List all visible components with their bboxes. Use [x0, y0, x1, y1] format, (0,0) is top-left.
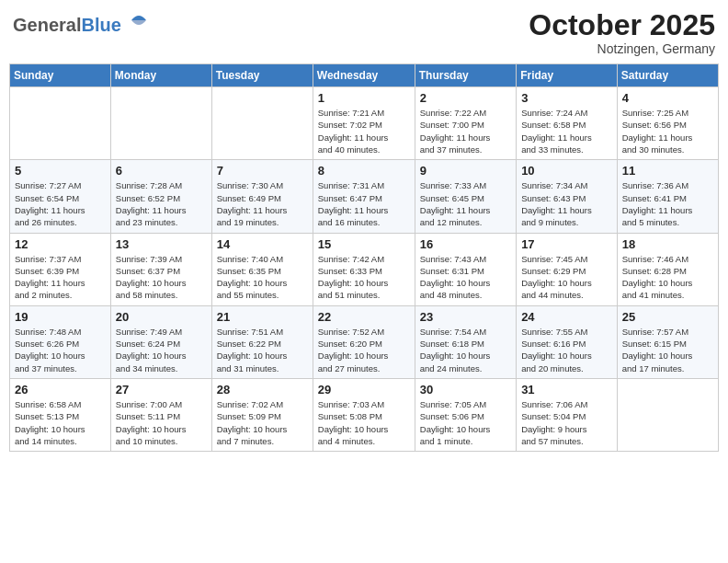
day-info: Sunrise: 7:39 AM Sunset: 6:37 PM Dayligh…	[116, 253, 207, 302]
weekday-header-monday: Monday	[110, 64, 211, 87]
day-number: 13	[116, 237, 207, 251]
day-number: 7	[217, 164, 308, 178]
day-cell: 28Sunrise: 7:02 AM Sunset: 5:09 PM Dayli…	[211, 378, 313, 451]
day-cell: 21Sunrise: 7:51 AM Sunset: 6:22 PM Dayli…	[211, 305, 313, 378]
day-cell: 4Sunrise: 7:25 AM Sunset: 6:56 PM Daylig…	[617, 87, 718, 160]
day-cell: 14Sunrise: 7:40 AM Sunset: 6:35 PM Dayli…	[211, 233, 313, 305]
day-number: 18	[622, 237, 713, 251]
week-row-3: 12Sunrise: 7:37 AM Sunset: 6:39 PM Dayli…	[10, 233, 719, 305]
calendar-table: SundayMondayTuesdayWednesdayThursdayFrid…	[9, 63, 719, 452]
weekday-header-wednesday: Wednesday	[313, 64, 415, 87]
day-cell: 3Sunrise: 7:24 AM Sunset: 6:58 PM Daylig…	[517, 87, 618, 160]
day-info: Sunrise: 7:48 AM Sunset: 6:26 PM Dayligh…	[15, 326, 106, 374]
day-cell: 9Sunrise: 7:33 AM Sunset: 6:45 PM Daylig…	[415, 160, 516, 233]
day-number: 28	[217, 383, 308, 396]
weekday-header-saturday: Saturday	[617, 64, 718, 87]
day-info: Sunrise: 7:40 AM Sunset: 6:35 PM Dayligh…	[217, 253, 308, 302]
day-cell: 2Sunrise: 7:22 AM Sunset: 7:00 PM Daylig…	[415, 87, 516, 160]
day-info: Sunrise: 7:49 AM Sunset: 6:24 PM Dayligh…	[116, 326, 207, 374]
day-info: Sunrise: 7:45 AM Sunset: 6:29 PM Dayligh…	[521, 253, 612, 302]
day-cell: 15Sunrise: 7:42 AM Sunset: 6:33 PM Dayli…	[313, 233, 415, 305]
day-cell	[110, 87, 211, 160]
day-cell: 19Sunrise: 7:48 AM Sunset: 6:26 PM Dayli…	[10, 305, 111, 378]
day-cell: 7Sunrise: 7:30 AM Sunset: 6:49 PM Daylig…	[211, 160, 313, 233]
day-number: 25	[622, 310, 713, 324]
day-info: Sunrise: 7:51 AM Sunset: 6:22 PM Dayligh…	[217, 326, 308, 374]
day-number: 24	[521, 310, 612, 324]
day-cell: 20Sunrise: 7:49 AM Sunset: 6:24 PM Dayli…	[110, 305, 211, 378]
day-number: 20	[116, 310, 207, 324]
day-info: Sunrise: 7:57 AM Sunset: 6:15 PM Dayligh…	[622, 326, 713, 374]
title-block: October 2025 Notzingen, Germany	[529, 9, 715, 56]
day-info: Sunrise: 6:58 AM Sunset: 5:13 PM Dayligh…	[15, 398, 106, 447]
logo-icon	[128, 9, 150, 31]
day-info: Sunrise: 7:31 AM Sunset: 6:47 PM Dayligh…	[318, 179, 410, 228]
day-number: 15	[318, 237, 410, 251]
day-cell: 22Sunrise: 7:52 AM Sunset: 6:20 PM Dayli…	[313, 305, 415, 378]
day-info: Sunrise: 7:24 AM Sunset: 6:58 PM Dayligh…	[521, 107, 612, 155]
weekday-header-sunday: Sunday	[10, 64, 111, 87]
week-row-4: 19Sunrise: 7:48 AM Sunset: 6:26 PM Dayli…	[10, 305, 719, 378]
day-cell: 18Sunrise: 7:46 AM Sunset: 6:28 PM Dayli…	[617, 233, 718, 305]
day-cell: 10Sunrise: 7:34 AM Sunset: 6:43 PM Dayli…	[517, 160, 618, 233]
day-info: Sunrise: 7:55 AM Sunset: 6:16 PM Dayligh…	[521, 326, 612, 374]
day-number: 19	[15, 310, 106, 324]
logo-blue-text: Blue	[81, 15, 120, 35]
day-info: Sunrise: 7:33 AM Sunset: 6:45 PM Dayligh…	[420, 179, 511, 228]
day-info: Sunrise: 7:36 AM Sunset: 6:41 PM Dayligh…	[622, 179, 713, 228]
day-number: 5	[15, 164, 106, 178]
day-number: 6	[116, 164, 207, 178]
day-info: Sunrise: 7:05 AM Sunset: 5:06 PM Dayligh…	[420, 398, 511, 447]
day-cell: 13Sunrise: 7:39 AM Sunset: 6:37 PM Dayli…	[110, 233, 211, 305]
logo: GeneralBlue	[13, 9, 150, 35]
day-number: 11	[622, 164, 713, 178]
week-row-2: 5Sunrise: 7:27 AM Sunset: 6:54 PM Daylig…	[10, 160, 719, 233]
day-cell: 6Sunrise: 7:28 AM Sunset: 6:52 PM Daylig…	[110, 160, 211, 233]
day-info: Sunrise: 7:27 AM Sunset: 6:54 PM Dayligh…	[15, 179, 106, 228]
day-cell: 16Sunrise: 7:43 AM Sunset: 6:31 PM Dayli…	[415, 233, 516, 305]
day-cell: 12Sunrise: 7:37 AM Sunset: 6:39 PM Dayli…	[10, 233, 111, 305]
day-number: 31	[521, 383, 612, 396]
day-cell: 23Sunrise: 7:54 AM Sunset: 6:18 PM Dayli…	[415, 305, 516, 378]
day-cell: 26Sunrise: 6:58 AM Sunset: 5:13 PM Dayli…	[10, 378, 111, 451]
day-info: Sunrise: 7:30 AM Sunset: 6:49 PM Dayligh…	[217, 179, 308, 228]
day-number: 4	[622, 91, 713, 105]
day-number: 3	[521, 91, 612, 105]
day-number: 30	[420, 383, 511, 396]
day-info: Sunrise: 7:43 AM Sunset: 6:31 PM Dayligh…	[420, 253, 511, 302]
day-info: Sunrise: 7:42 AM Sunset: 6:33 PM Dayligh…	[318, 253, 410, 302]
day-number: 17	[521, 237, 612, 251]
day-number: 23	[420, 310, 511, 324]
day-number: 26	[15, 383, 106, 396]
month-title: October 2025	[529, 9, 715, 41]
day-cell: 5Sunrise: 7:27 AM Sunset: 6:54 PM Daylig…	[10, 160, 111, 233]
day-info: Sunrise: 7:06 AM Sunset: 5:04 PM Dayligh…	[521, 398, 612, 447]
day-number: 2	[420, 91, 511, 105]
day-cell	[211, 87, 313, 160]
day-info: Sunrise: 7:02 AM Sunset: 5:09 PM Dayligh…	[217, 398, 308, 447]
day-cell: 25Sunrise: 7:57 AM Sunset: 6:15 PM Dayli…	[617, 305, 718, 378]
page-header: GeneralBlue October 2025 Notzingen, Germ…	[9, 9, 719, 56]
day-number: 10	[521, 164, 612, 178]
weekday-header-row: SundayMondayTuesdayWednesdayThursdayFrid…	[10, 64, 719, 87]
day-info: Sunrise: 7:54 AM Sunset: 6:18 PM Dayligh…	[420, 326, 511, 374]
day-cell: 27Sunrise: 7:00 AM Sunset: 5:11 PM Dayli…	[110, 378, 211, 451]
day-number: 16	[420, 237, 511, 251]
day-cell: 29Sunrise: 7:03 AM Sunset: 5:08 PM Dayli…	[313, 378, 415, 451]
day-cell: 30Sunrise: 7:05 AM Sunset: 5:06 PM Dayli…	[415, 378, 516, 451]
weekday-header-friday: Friday	[517, 64, 618, 87]
day-number: 21	[217, 310, 308, 324]
day-cell: 1Sunrise: 7:21 AM Sunset: 7:02 PM Daylig…	[313, 87, 415, 160]
day-number: 9	[420, 164, 511, 178]
day-info: Sunrise: 7:25 AM Sunset: 6:56 PM Dayligh…	[622, 107, 713, 155]
weekday-header-tuesday: Tuesday	[211, 64, 313, 87]
day-info: Sunrise: 7:03 AM Sunset: 5:08 PM Dayligh…	[318, 398, 410, 447]
day-info: Sunrise: 7:00 AM Sunset: 5:11 PM Dayligh…	[116, 398, 207, 447]
day-number: 29	[318, 383, 410, 396]
week-row-1: 1Sunrise: 7:21 AM Sunset: 7:02 PM Daylig…	[10, 87, 719, 160]
day-cell	[10, 87, 111, 160]
day-info: Sunrise: 7:46 AM Sunset: 6:28 PM Dayligh…	[622, 253, 713, 302]
day-cell: 11Sunrise: 7:36 AM Sunset: 6:41 PM Dayli…	[617, 160, 718, 233]
day-number: 27	[116, 383, 207, 396]
day-number: 1	[318, 91, 410, 105]
